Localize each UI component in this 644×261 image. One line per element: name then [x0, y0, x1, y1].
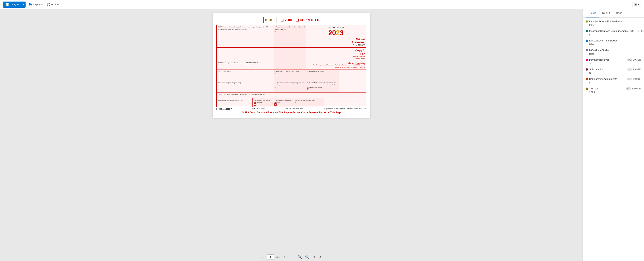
void-section: VOID — [281, 18, 292, 22]
range-radio[interactable] — [47, 3, 50, 6]
field-item: Scholarships #1 99.98% $ — [586, 68, 641, 74]
box5-label: 5 Scholarships or grants — [307, 70, 324, 72]
field-item: ScholarshipsAdjustments #1 99.99% $ — [586, 77, 641, 84]
zoom-in-button[interactable]: 🔍 — [304, 255, 310, 260]
box9-cell: 9 Checked if a graduate student — [273, 98, 294, 107]
main-area: 8383 VOID CORRECTED FILER'S — [0, 9, 644, 261]
corrected-section: CORRECTED — [296, 18, 319, 22]
box10-dollar: $ — [296, 101, 296, 103]
copy-a-filler — [339, 69, 366, 81]
field-header: IncludesAmountForNextPeriod — [586, 20, 641, 23]
field-header: IsGraduateStudent — [586, 49, 641, 52]
box1-label: 1 Payments received for qualified tuitio… — [274, 26, 304, 30]
copy-a-cell: Copy A For Internal Revenue Service Cent… — [306, 48, 366, 61]
field-name: InsuranceContractReimbursements — [589, 29, 628, 32]
all-pages-option[interactable]: All pages — [29, 3, 43, 6]
footer-cat: Cat. No. 25087J — [252, 108, 265, 110]
file-notice: File with Form 1096. — [307, 62, 364, 64]
year-display: 2023 — [307, 29, 364, 37]
box9-label: 9 Checked if a graduate student — [274, 99, 291, 103]
year-highlight: 2 — [336, 29, 340, 37]
student-name-cell: STUDENT'S name — [217, 69, 274, 81]
range-label: Range — [51, 3, 58, 6]
fit-page-button[interactable]: ⊕ — [312, 255, 316, 260]
box3-label: 3 — [274, 62, 275, 64]
analyze-dropdown-arrow[interactable]: ▾ — [21, 1, 26, 8]
box6-label: 6 Adjustments to scholarships or grants … — [274, 82, 304, 86]
title-line2: Statement — [307, 41, 364, 44]
layers-icon: 🔳 — [634, 3, 637, 6]
analyze-button[interactable]: 📊 Analyze ▾ — [3, 1, 26, 8]
field-name: IsGraduateStudent — [589, 49, 641, 52]
all-pages-radio[interactable] — [29, 3, 32, 6]
next-page-button[interactable]: › — [283, 255, 287, 260]
form-row-2: 2 Copy A For Internal Revenue Service Ce… — [217, 48, 366, 61]
box3-cell: 3 — [273, 61, 306, 69]
field-header: InsuranceContractReimbursements #1 100.0… — [586, 29, 641, 32]
range-option[interactable]: Range — [47, 3, 58, 6]
box6-cell: 6 Adjustments to scholarships or grants … — [273, 81, 306, 92]
field-confidence: 100.00% — [636, 30, 644, 32]
filer-ein-cell: FILER'S employer identification no. — [217, 61, 245, 69]
page-of-label: of 1 — [276, 256, 280, 258]
box9-checkbox — [274, 103, 276, 106]
tab-code[interactable]: Code — [613, 9, 625, 17]
box2-cell: 2 — [273, 48, 306, 61]
service-provider-cell: Service Provider/Acct. No. (see instr.) — [217, 98, 252, 107]
copy-a-line4: Service Center — [307, 58, 364, 60]
row7-filler — [324, 98, 366, 107]
row5-filler — [339, 81, 366, 92]
form-row-3: FILER'S employer identification no. STUD… — [217, 61, 366, 69]
student-tin-label: STUDENT'S TIN — [246, 62, 258, 64]
footer-form-name: Form Form 1098-T — [216, 108, 232, 110]
field-value: $ — [589, 72, 641, 74]
tab-fields[interactable]: Fields — [586, 9, 599, 17]
field-badge: #1 — [630, 30, 634, 32]
box1-cell: 1 Payments received for qualified tuitio… — [273, 25, 306, 47]
field-item: IsAtLeastHalfTimeStudent false — [586, 39, 641, 46]
year-suffix: 3 — [340, 29, 344, 37]
field-header: Scholarships #1 99.98% — [586, 68, 641, 71]
rotate-button[interactable]: ↺ — [318, 255, 322, 260]
box5-cell: 5 Scholarships or grants $ — [306, 69, 339, 81]
omb-year-title-cell: OMB No. 1545-1574 2023 Tuition Statement… — [306, 25, 366, 47]
box7-checkbox — [307, 88, 310, 90]
corrected-checkbox — [296, 19, 299, 21]
document-page: 8383 VOID CORRECTED FILER'S — [212, 13, 370, 118]
document-viewer: 8383 VOID CORRECTED FILER'S — [0, 9, 582, 261]
box8-checkbox — [254, 103, 256, 106]
field-header: TaxYear #1 100.00% — [586, 87, 641, 90]
box1-dollar: $ — [274, 30, 276, 32]
zoom-out-button[interactable]: 🔍 — [297, 255, 303, 260]
layers-button[interactable]: 🔳 ▾ — [632, 2, 641, 7]
toolbar-right: 🔳 ▾ — [632, 2, 641, 7]
field-dot — [586, 78, 588, 80]
field-dot — [586, 59, 588, 61]
page-number-input[interactable] — [267, 255, 274, 260]
tab-result[interactable]: Result — [599, 9, 613, 17]
form-row-1: FILER'S name, street address, city or to… — [217, 25, 366, 48]
form-row-4: STUDENT'S name 4 Adjustments made for a … — [217, 69, 366, 81]
field-name: TaxYear — [589, 87, 625, 90]
service-provider-label: Service Provider/Acct. No. (see instr.) — [218, 99, 244, 101]
field-name: IsAtLeastHalfTimeStudent — [589, 39, 641, 42]
field-dot — [586, 39, 588, 42]
tin-checkbox — [246, 64, 248, 66]
prev-page-button[interactable]: ‹ — [260, 255, 265, 260]
fields-list: IncludesAmountForNextPeriod false Insura… — [583, 18, 644, 261]
student-name-label: STUDENT'S name — [218, 70, 231, 72]
doc-content[interactable]: 8383 VOID CORRECTED FILER'S — [0, 9, 582, 253]
field-badge: #1 — [626, 87, 630, 90]
form-header: 8383 VOID CORRECTED — [216, 17, 366, 23]
field-name: IncludesAmountForNextPeriod — [589, 20, 641, 23]
street-cell: Street address (including apt. no.) — [217, 81, 274, 92]
copy-a-line1: Copy A — [307, 49, 364, 52]
right-panel: Fields Result Code IncludesAmountForNext… — [582, 9, 644, 261]
field-name: Scholarships — [589, 68, 626, 71]
analyze-main[interactable]: 📊 Analyze — [3, 1, 21, 8]
field-dot — [586, 20, 588, 23]
field-value: false — [589, 52, 641, 55]
omb-label: OMB No. 1545-1574 — [307, 26, 364, 28]
pages-radio-group: All pages Range — [29, 3, 58, 6]
box4-label: 4 Adjustments made for a prior year — [274, 70, 299, 72]
